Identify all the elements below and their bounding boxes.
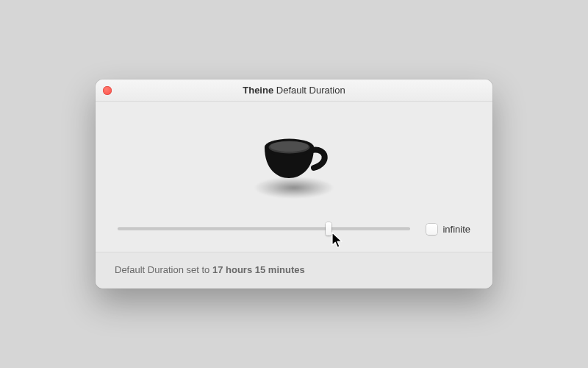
status-prefix: Default Duration set to <box>115 264 212 275</box>
svg-point-2 <box>270 141 309 152</box>
close-button[interactable] <box>103 86 112 95</box>
status-footer: Default Duration set to 17 hours 15 minu… <box>96 252 492 289</box>
status-value: 17 hours 15 minutes <box>212 264 305 275</box>
checkbox-box[interactable] <box>426 224 437 235</box>
cursor-pointer-icon <box>331 232 345 250</box>
slider-track <box>118 227 410 230</box>
infinite-label: infinite <box>442 224 470 235</box>
titlebar: Theine Default Duration <box>96 79 492 102</box>
window-title-app: Theine <box>243 85 273 96</box>
controls-row: infinite <box>115 222 473 236</box>
duration-slider[interactable] <box>118 222 410 236</box>
window-title-section: Default Duration <box>276 85 345 96</box>
slider-thumb[interactable] <box>326 222 331 236</box>
content-area: infinite <box>96 102 492 252</box>
coffee-cup-svg <box>254 125 334 191</box>
preferences-window: Theine Default Duration <box>96 79 492 289</box>
window-title: Theine Default Duration <box>243 85 345 96</box>
infinite-checkbox[interactable]: infinite <box>426 224 470 235</box>
coffee-cup-icon <box>246 125 342 206</box>
window-controls <box>103 86 112 95</box>
